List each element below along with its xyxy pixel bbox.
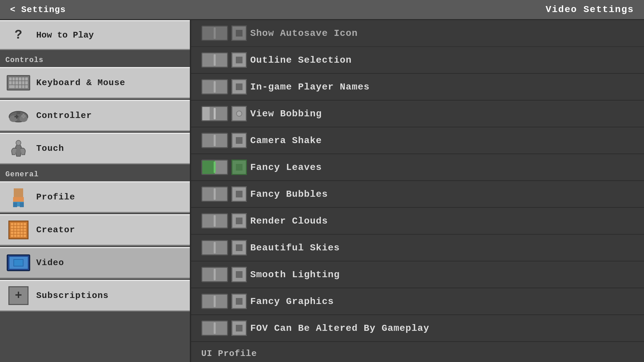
- toggle-icon-smooth-lighting: [231, 267, 247, 282]
- controls-section-header: Controls: [0, 51, 190, 67]
- toggle-icon-fancy-bubbles: [231, 186, 247, 202]
- header: < Settings Video Settings: [0, 0, 644, 20]
- label-view-bobbing: View Bobbing: [250, 109, 322, 119]
- setting-render-clouds[interactable]: Render Clouds: [191, 208, 644, 235]
- touch-label: Touch: [36, 143, 64, 154]
- main-layout: ? How to Play Controls Keyboard & Mouse: [0, 20, 644, 362]
- profile-label: Profile: [36, 192, 75, 202]
- toggle-switch-fancy-leaves[interactable]: [201, 160, 228, 175]
- subscriptions-icon: +: [7, 286, 30, 305]
- toggle-icon-ingame-player-names: [231, 79, 247, 95]
- label-camera-shake: Camera Shake: [250, 135, 322, 146]
- toggle-icon-view-bobbing: [231, 106, 247, 121]
- toggle-show-autosave[interactable]: [201, 25, 247, 41]
- svg-rect-14: [13, 202, 17, 207]
- svg-rect-22: [236, 137, 243, 144]
- svg-point-7: [22, 114, 24, 116]
- label-outline-selection: Outline Selection: [250, 55, 352, 65]
- sidebar-item-creator[interactable]: Creator: [0, 214, 190, 246]
- svg-point-21: [236, 111, 242, 116]
- toggle-icon-beautiful-skies: [231, 240, 247, 255]
- toggle-render-clouds[interactable]: [201, 213, 247, 229]
- label-show-autosave: Show Autosave Icon: [250, 28, 358, 39]
- toggle-icon-fov-gameplay: [231, 320, 247, 336]
- label-fancy-graphics: Fancy Graphics: [250, 296, 334, 307]
- toggle-fancy-leaves[interactable]: [201, 160, 247, 175]
- keyboard-mouse-label: Keyboard & Mouse: [36, 78, 125, 88]
- video-label: Video: [36, 258, 64, 268]
- svg-rect-23: [236, 164, 243, 171]
- svg-rect-27: [236, 271, 243, 278]
- setting-camera-shake[interactable]: Camera Shake: [191, 127, 644, 154]
- svg-rect-24: [236, 191, 243, 197]
- label-smooth-lighting: Smooth Lighting: [250, 269, 340, 280]
- toggle-icon-render-clouds: [231, 213, 247, 229]
- toggle-switch-show-autosave[interactable]: [201, 25, 228, 41]
- label-beautiful-skies: Beautiful Skies: [250, 243, 340, 253]
- sidebar-item-controller[interactable]: Controller: [0, 100, 190, 131]
- ui-profile-section-header: UI Profile: [191, 342, 644, 362]
- svg-rect-25: [236, 218, 243, 224]
- keyboard-mouse-icon: [7, 73, 30, 92]
- label-fancy-bubbles: Fancy Bubbles: [250, 189, 328, 199]
- toggle-icon-show-autosave: [231, 25, 247, 41]
- video-icon: [7, 253, 30, 272]
- toggle-switch-smooth-lighting[interactable]: [201, 267, 228, 282]
- sidebar-item-keyboard-mouse[interactable]: Keyboard & Mouse: [0, 67, 190, 99]
- toggle-beautiful-skies[interactable]: [201, 240, 247, 255]
- sidebar-item-how-to-play[interactable]: ? How to Play: [0, 20, 190, 50]
- page-title: Video Settings: [546, 4, 634, 15]
- setting-fancy-leaves[interactable]: Fancy Leaves: [191, 154, 644, 181]
- toggle-switch-beautiful-skies[interactable]: [201, 240, 228, 255]
- sidebar-item-video[interactable]: Video: [0, 247, 190, 279]
- setting-view-bobbing[interactable]: View Bobbing: [191, 101, 644, 127]
- toggle-icon-camera-shake: [231, 133, 247, 148]
- toggle-fancy-bubbles[interactable]: [201, 186, 247, 202]
- setting-fov-gameplay[interactable]: FOV Can Be Altered By Gameplay: [191, 315, 644, 342]
- video-settings-panel: Show Autosave Icon Outline Selection: [191, 20, 644, 362]
- svg-rect-19: [236, 57, 243, 63]
- toggle-camera-shake[interactable]: [201, 133, 247, 148]
- svg-rect-15: [20, 202, 24, 207]
- label-ingame-player-names: In-game Player Names: [250, 82, 370, 92]
- svg-rect-17: [14, 260, 23, 266]
- creator-label: Creator: [36, 225, 75, 235]
- toggle-switch-ingame-player-names[interactable]: [201, 79, 228, 95]
- toggle-switch-outline-selection[interactable]: [201, 52, 228, 68]
- setting-ingame-player-names[interactable]: In-game Player Names: [191, 74, 644, 101]
- toggle-switch-fancy-graphics[interactable]: [201, 294, 228, 309]
- setting-show-autosave-icon[interactable]: Show Autosave Icon: [191, 20, 644, 47]
- back-button[interactable]: < Settings: [10, 5, 66, 15]
- toggle-smooth-lighting[interactable]: [201, 267, 247, 282]
- svg-rect-4: [14, 116, 18, 117]
- profile-icon: [7, 188, 30, 206]
- toggle-view-bobbing[interactable]: [201, 106, 247, 121]
- sidebar-item-touch[interactable]: Touch: [0, 133, 190, 164]
- svg-point-10: [16, 140, 21, 145]
- setting-beautiful-skies[interactable]: Beautiful Skies: [191, 235, 644, 261]
- toggle-switch-camera-shake[interactable]: [201, 133, 228, 148]
- controller-label: Controller: [36, 111, 92, 121]
- svg-rect-29: [236, 325, 243, 331]
- svg-rect-28: [236, 298, 243, 305]
- toggle-outline-selection[interactable]: [201, 52, 247, 68]
- toggle-icon-fancy-graphics: [231, 294, 247, 309]
- sidebar-item-subscriptions[interactable]: + Subscriptions: [0, 280, 190, 311]
- toggle-switch-fov-gameplay[interactable]: [201, 320, 228, 336]
- toggle-switch-render-clouds[interactable]: [201, 213, 228, 229]
- toggle-fancy-graphics[interactable]: [201, 294, 247, 309]
- question-mark-icon: ?: [7, 28, 30, 42]
- general-section-header: General: [0, 166, 190, 181]
- toggle-switch-view-bobbing[interactable]: [201, 106, 228, 121]
- setting-fancy-graphics[interactable]: Fancy Graphics: [191, 288, 644, 315]
- controller-icon: [7, 106, 30, 125]
- svg-point-8: [22, 116, 24, 118]
- svg-rect-11: [14, 188, 23, 198]
- sidebar-item-profile[interactable]: Profile: [0, 181, 190, 213]
- toggle-ingame-player-names[interactable]: [201, 79, 247, 95]
- setting-outline-selection[interactable]: Outline Selection: [191, 47, 644, 74]
- setting-smooth-lighting[interactable]: Smooth Lighting: [191, 261, 644, 288]
- toggle-switch-fancy-bubbles[interactable]: [201, 186, 228, 202]
- setting-fancy-bubbles[interactable]: Fancy Bubbles: [191, 181, 644, 208]
- toggle-fov-gameplay[interactable]: [201, 320, 247, 336]
